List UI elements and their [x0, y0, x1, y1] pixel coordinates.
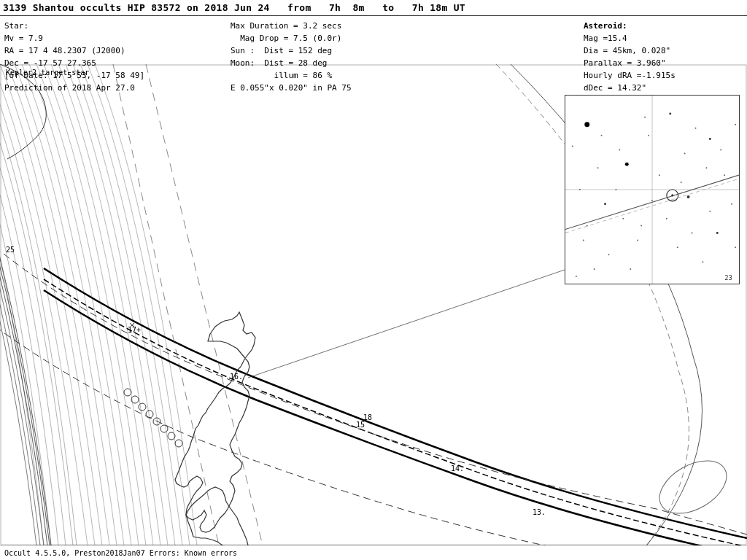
svg-point-53 [644, 117, 646, 118]
svg-point-55 [705, 167, 707, 168]
svg-point-65 [640, 225, 642, 227]
svg-point-54 [615, 189, 616, 190]
svg-point-31 [709, 138, 711, 140]
star-label: Star: [4, 20, 222, 32]
svg-point-63 [720, 149, 721, 150]
svg-point-62 [622, 218, 624, 219]
footer-bar: Occult 4.5.5.0, Preston2018Jan07 Errors:… [0, 545, 747, 560]
svg-text:25: 25 [6, 246, 15, 254]
star-info-panel: Star: Mv = 7.9 RA = 17 4 48.2307 (J2000)… [0, 18, 226, 96]
svg-point-67 [576, 276, 577, 277]
svg-point-64 [594, 268, 595, 270]
svg-point-40 [684, 152, 686, 154]
svg-text:13.: 13. [533, 508, 546, 516]
svg-point-52 [572, 146, 573, 147]
svg-point-37 [702, 261, 703, 262]
asteroid-info-panel: Asteroid: Mag =15.4 Dia = 45km, 0.028" P… [579, 18, 747, 96]
svg-point-57 [681, 182, 682, 183]
asteroid-label: Asteroid: [584, 20, 743, 32]
ellipse: E 0.055"x 0.020" in PA 75 [231, 82, 433, 94]
illum: illum = 86 % [231, 69, 433, 82]
to-label: to [382, 2, 394, 13]
star-of-date: [of Date: 17 5 53, -17 58 49] [4, 69, 222, 82]
svg-point-49 [659, 174, 660, 176]
svg-text:18: 18 [363, 413, 372, 421]
svg-text:16.: 16. [230, 373, 243, 381]
asteroid-mag: Mag =15.4 [584, 32, 743, 44]
star-mv: Mv = 7.9 [4, 32, 222, 44]
mag-drop: Mag Drop = 7.5 (0.0r) [231, 32, 433, 44]
star-dec: Dec = -17 57 27.365 [4, 57, 222, 69]
svg-point-43 [648, 135, 649, 136]
asteroid-dia: Dia = 45km, 0.028" [584, 44, 743, 57]
svg-point-30 [669, 112, 671, 114]
event-info-panel: Max Duration = 3.2 secs Mag Drop = 7.5 (… [226, 18, 438, 96]
from-label: from [287, 2, 311, 13]
star-ra: RA = 17 4 48.2307 (J2000) [4, 44, 222, 57]
asteroid-parallax: Parallax = 3.960" [584, 57, 743, 69]
svg-point-44 [695, 128, 697, 129]
svg-point-60 [651, 200, 653, 201]
svg-point-39 [619, 149, 620, 150]
asteroid-hourly-dra: Hourly dRA =-1.915s [584, 69, 743, 82]
svg-point-58 [731, 203, 732, 205]
svg-point-51 [735, 124, 736, 125]
header-title: 3139 Shantou occults HIP 83572 on 2018 J… [3, 2, 465, 13]
header-bar: 3139 Shantou occults HIP 83572 on 2018 J… [0, 0, 747, 16]
svg-point-47 [630, 268, 631, 270]
star-chart-inset: 23 [565, 95, 740, 284]
sun-dist: Sun : Dist = 152 deg [231, 44, 433, 57]
svg-point-56 [601, 135, 603, 136]
svg-text:15: 15 [356, 421, 365, 429]
svg-point-36 [608, 254, 610, 255]
svg-point-59 [583, 239, 584, 241]
svg-point-32 [604, 203, 606, 205]
svg-point-48 [709, 211, 711, 212]
svg-point-38 [666, 218, 667, 219]
svg-text:14.: 14. [451, 464, 464, 472]
svg-point-34 [716, 232, 719, 234]
svg-point-50 [579, 189, 581, 190]
svg-point-46 [677, 246, 678, 248]
footer-text: Occult 4.5.5.0, Preston2018Jan07 Errors:… [4, 549, 237, 557]
svg-point-61 [692, 233, 693, 234]
svg-text:23: 23 [724, 274, 732, 281]
svg-point-41 [724, 174, 725, 176]
max-duration: Max Duration = 3.2 secs [231, 20, 433, 32]
svg-point-66 [735, 246, 736, 248]
svg-point-33 [687, 195, 690, 198]
moon-dist: Moon: Dist = 28 deg [231, 57, 433, 69]
svg-point-29 [625, 163, 629, 166]
prediction: Prediction of 2018 Apr 27.0 [4, 82, 222, 94]
svg-point-35 [637, 239, 638, 241]
asteroid-ddec: dDec = 14.32" [584, 82, 743, 94]
svg-point-45 [597, 167, 599, 168]
svg-point-28 [584, 122, 589, 127]
